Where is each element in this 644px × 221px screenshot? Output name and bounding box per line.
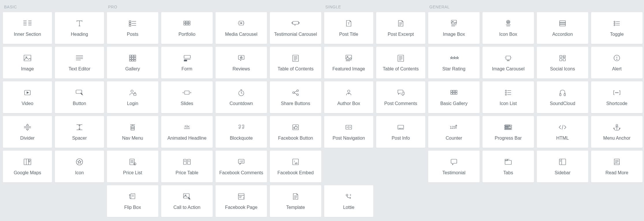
widget-facebook-page[interactable]: fFacebook Page — [216, 185, 267, 217]
widget-facebook-button[interactable]: Facebook Button — [270, 116, 321, 148]
widget-label: Text Editor — [68, 66, 90, 72]
divider-icon — [22, 123, 33, 132]
svg-rect-215 — [614, 159, 619, 165]
widget-spacer[interactable]: Spacer — [55, 116, 104, 148]
widget-author-box[interactable]: Author Box — [324, 81, 373, 113]
widget-social-icons[interactable]: fSocial Icons — [537, 47, 588, 78]
svg-rect-53 — [132, 55, 133, 57]
fb-embed-icon: f — [290, 158, 301, 166]
widget-video[interactable]: Video — [3, 81, 52, 113]
widget-button[interactable]: Button — [55, 81, 104, 113]
widget-label: Divider — [20, 136, 35, 141]
widget-divider[interactable]: Divider — [3, 116, 52, 148]
widget-label: Image Box — [443, 32, 465, 37]
widget-post-excerpt[interactable]: Post Excerpt — [376, 12, 425, 44]
widget-facebook-comments[interactable]: fFacebook Comments — [216, 151, 267, 182]
widget-heading[interactable]: Heading — [55, 12, 104, 44]
widget-facebook-embed[interactable]: fFacebook Embed — [270, 151, 321, 182]
widget-image[interactable]: Image — [3, 47, 52, 78]
posts-icon — [127, 19, 138, 28]
post-excerpt-icon — [395, 19, 407, 28]
widget-call-to-action[interactable]: Call to Action — [161, 185, 213, 217]
widget-basic-gallery[interactable]: Basic Gallery — [428, 81, 480, 113]
widget-label: Author Box — [337, 101, 360, 106]
widget-progress-bar[interactable]: Progress Bar — [482, 116, 534, 148]
widget-label: Login — [127, 101, 138, 106]
widget-html[interactable]: HTML — [537, 116, 588, 148]
svg-rect-155 — [560, 23, 565, 24]
widget-share-buttons[interactable]: Share Buttons — [270, 81, 321, 113]
svg-text:123: 123 — [450, 126, 456, 130]
widget-slides[interactable]: Slides — [161, 81, 213, 113]
widget-testimonial-carousel[interactable]: Testimonial Carousel — [270, 12, 321, 44]
widget-counter[interactable]: 123Counter — [428, 116, 480, 148]
section-header-general: GENERAL — [428, 3, 643, 12]
widget-icon-box[interactable]: Icon Box — [482, 12, 534, 44]
widget-testimonial[interactable]: Testimonial — [428, 151, 480, 182]
widget-alert[interactable]: Alert — [591, 47, 643, 78]
widget-reviews[interactable]: Reviews — [216, 47, 267, 78]
widget-inner-section[interactable]: Inner Section — [3, 12, 52, 44]
svg-rect-128 — [346, 55, 352, 59]
widget-featured-image[interactable]: Featured Image — [324, 47, 373, 78]
widget-form[interactable]: Form — [161, 47, 213, 78]
widget-nav-menu[interactable]: Nav Menu — [107, 116, 158, 148]
svg-point-144 — [346, 194, 348, 196]
widget-lottie[interactable]: Lottie — [324, 185, 373, 217]
widget-flip-box[interactable]: Flip Box — [107, 185, 158, 217]
widget-animated-headline[interactable]: AbcAnimated Headline — [161, 116, 213, 148]
anchor-icon — [611, 123, 623, 132]
widget-gallery[interactable]: Gallery — [107, 47, 158, 78]
stopwatch-icon — [235, 88, 247, 97]
svg-point-157 — [614, 21, 615, 22]
widget-image-box[interactable]: Image Box — [428, 12, 480, 44]
widget-google-maps[interactable]: Google Maps — [3, 151, 52, 182]
widget-blockquote[interactable]: Blockquote — [216, 116, 267, 148]
widget-post-title[interactable]: TPost Title — [324, 12, 373, 44]
widget-post-comments[interactable]: Post Comments — [376, 81, 425, 113]
widget-media-carousel[interactable]: Media Carousel — [216, 12, 267, 44]
widget-label: Flip Box — [124, 205, 141, 210]
svg-marker-23 — [26, 124, 29, 126]
widget-star-rating[interactable]: Star Rating — [428, 47, 480, 78]
widget-accordion[interactable]: Accordion — [537, 12, 588, 44]
widget-sidebar[interactable]: Sidebar — [537, 151, 588, 182]
quote-icon — [235, 123, 247, 132]
widget-image-carousel[interactable]: Image Carousel — [482, 47, 534, 78]
widget-login[interactable]: Login — [107, 81, 158, 113]
widget-post-navigation[interactable]: Post Navigation — [324, 116, 373, 148]
svg-point-166 — [507, 60, 508, 61]
widget-toggle[interactable]: Toggle — [591, 12, 643, 44]
speech-icon — [448, 158, 460, 166]
widget-icon-list[interactable]: Icon List — [482, 81, 534, 113]
widget-shortcode[interactable]: Shortcode — [591, 81, 643, 113]
widget-tabs[interactable]: Tabs — [482, 151, 534, 182]
widget-price-table[interactable]: $$Price Table — [161, 151, 213, 182]
lottie-icon — [343, 192, 355, 201]
widget-menu-anchor[interactable]: Menu Anchor — [591, 116, 643, 148]
social-icon: f — [557, 54, 568, 62]
widget-template[interactable]: Template — [270, 185, 321, 217]
widget-posts[interactable]: Posts — [107, 12, 158, 44]
widget-price-list[interactable]: $Price List — [107, 151, 158, 182]
widget-read-more[interactable]: Read More — [591, 151, 643, 182]
widget-post-info[interactable]: Post Info — [376, 116, 425, 148]
tabs-icon — [502, 158, 514, 166]
widget-icon[interactable]: Icon — [55, 151, 104, 182]
widget-portfolio[interactable]: Portfolio — [161, 12, 213, 44]
widget-label: Lottie — [343, 205, 354, 210]
widget-label: Facebook Page — [225, 205, 257, 210]
widget-table-of-contents[interactable]: Table of Contents — [376, 47, 425, 78]
widget-table-of-contents[interactable]: Table of Contents — [270, 47, 321, 78]
featured-image-icon — [343, 54, 355, 62]
progress-icon — [502, 123, 514, 132]
widget-soundcloud[interactable]: SoundCloud — [537, 81, 588, 113]
button-icon — [74, 88, 85, 97]
widget-text-editor[interactable]: Text Editor — [55, 47, 104, 78]
grid-single: TPost TitlePost ExcerptFeatured ImageTab… — [324, 12, 425, 217]
read-more-icon — [611, 158, 623, 166]
svg-marker-20 — [27, 92, 29, 93]
grid6-icon — [448, 88, 460, 97]
svg-rect-13 — [24, 55, 31, 61]
widget-countdown[interactable]: Countdown — [216, 81, 267, 113]
